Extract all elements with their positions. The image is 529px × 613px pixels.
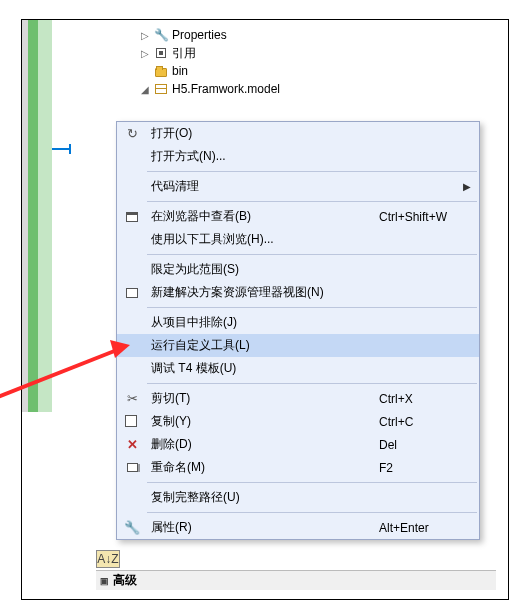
- menu-separator: [147, 307, 477, 308]
- browser-icon: [126, 212, 138, 222]
- menu-label: 打开(O): [147, 125, 379, 142]
- copy-icon: [127, 417, 137, 427]
- menu-item-new-solution-explorer-view[interactable]: 新建解决方案资源管理器视图(N): [117, 281, 479, 304]
- menu-separator: [147, 171, 477, 172]
- menu-shortcut: Ctrl+C: [379, 415, 479, 429]
- menu-separator: [147, 512, 477, 513]
- tree-label: Properties: [172, 28, 227, 42]
- menu-label: 剪切(T): [147, 390, 379, 407]
- solution-explorer-tree[interactable]: ▷ 🔧 Properties ▷ 引用 bin ◢ H5.Framwork.mo…: [136, 26, 496, 98]
- folder-icon: [155, 68, 167, 77]
- menu-item-scope-to-this[interactable]: 限定为此范围(S): [117, 258, 479, 281]
- menu-separator: [147, 482, 477, 483]
- menu-item-open-with[interactable]: 打开方式(N)...: [117, 145, 479, 168]
- menu-label: 限定为此范围(S): [147, 261, 379, 278]
- properties-panel: A↓Z ▣ 高级: [96, 550, 496, 590]
- tree-label: H5.Framwork.model: [172, 82, 280, 96]
- model-file-icon: [155, 84, 167, 94]
- menu-separator: [147, 254, 477, 255]
- sort-icon: A↓Z: [97, 552, 118, 566]
- menu-shortcut: Ctrl+X: [379, 392, 479, 406]
- gutter-change-marker-light: [38, 20, 52, 412]
- collapse-icon[interactable]: ◢: [140, 84, 150, 95]
- menu-item-view-in-browser[interactable]: 在浏览器中查看(B) Ctrl+Shift+W: [117, 205, 479, 228]
- menu-item-exclude-from-project[interactable]: 从项目中排除(J): [117, 311, 479, 334]
- expand-icon[interactable]: ▷: [140, 48, 150, 59]
- menu-item-open[interactable]: ↻ 打开(O): [117, 122, 479, 145]
- menu-shortcut: Alt+Enter: [379, 521, 479, 535]
- menu-shortcut: F2: [379, 461, 479, 475]
- menu-item-debug-t4-template[interactable]: 调试 T4 模板(U): [117, 357, 479, 380]
- menu-item-copy-full-path[interactable]: 复制完整路径(U): [117, 486, 479, 509]
- category-label: 高级: [113, 572, 137, 589]
- sort-button[interactable]: A↓Z: [96, 550, 120, 568]
- menu-label: 在浏览器中查看(B): [147, 208, 379, 225]
- menu-item-code-cleanup[interactable]: 代码清理 ▶: [117, 175, 479, 198]
- menu-label: 打开方式(N)...: [147, 148, 379, 165]
- tree-item-model[interactable]: ◢ H5.Framwork.model: [136, 80, 496, 98]
- tree-item-properties[interactable]: ▷ 🔧 Properties: [136, 26, 496, 44]
- wrench-icon: 🔧: [154, 28, 169, 42]
- rename-icon: [127, 463, 138, 472]
- menu-label: 复制(Y): [147, 413, 379, 430]
- open-icon: ↻: [127, 126, 138, 141]
- tree-label: bin: [172, 64, 188, 78]
- new-view-icon: [126, 288, 138, 298]
- menu-label: 从项目中排除(J): [147, 314, 379, 331]
- menu-label: 删除(D): [147, 436, 379, 453]
- collapse-triangle-icon[interactable]: ▣: [100, 576, 109, 586]
- gutter-caret-marker: [52, 148, 70, 150]
- menu-item-run-custom-tool[interactable]: 运行自定义工具(L): [117, 334, 479, 357]
- submenu-arrow-icon: ▶: [463, 181, 471, 192]
- menu-label: 属性(R): [147, 519, 379, 536]
- app-frame: ▷ 🔧 Properties ▷ 引用 bin ◢ H5.Framwork.mo…: [21, 19, 509, 600]
- menu-label: 代码清理: [147, 178, 379, 195]
- editor-gutter: [22, 20, 63, 599]
- menu-label: 新建解决方案资源管理器视图(N): [147, 284, 379, 301]
- menu-label: 使用以下工具浏览(H)...: [147, 231, 379, 248]
- context-menu[interactable]: ↻ 打开(O) 打开方式(N)... 代码清理 ▶ 在浏览器中查看(B) Ctr…: [116, 121, 480, 540]
- cut-icon: ✂: [127, 391, 138, 406]
- menu-item-cut[interactable]: ✂ 剪切(T) Ctrl+X: [117, 387, 479, 410]
- menu-label: 运行自定义工具(L): [147, 337, 379, 354]
- expand-icon[interactable]: ▷: [140, 30, 150, 41]
- menu-label: 调试 T4 模板(U): [147, 360, 379, 377]
- menu-label: 重命名(M): [147, 459, 379, 476]
- menu-shortcut: Ctrl+Shift+W: [379, 210, 479, 224]
- menu-item-rename[interactable]: 重命名(M) F2: [117, 456, 479, 479]
- gutter-change-marker: [28, 20, 38, 412]
- tree-label: 引用: [172, 45, 196, 62]
- properties-icon: 🔧: [124, 520, 140, 535]
- menu-label: 复制完整路径(U): [147, 489, 379, 506]
- menu-item-browse-with[interactable]: 使用以下工具浏览(H)...: [117, 228, 479, 251]
- property-category-header[interactable]: ▣ 高级: [96, 570, 496, 590]
- delete-icon: ✕: [127, 437, 138, 452]
- references-icon: [156, 48, 166, 58]
- tree-item-bin[interactable]: bin: [136, 62, 496, 80]
- menu-shortcut: Del: [379, 438, 479, 452]
- menu-item-copy[interactable]: 复制(Y) Ctrl+C: [117, 410, 479, 433]
- menu-item-delete[interactable]: ✕ 删除(D) Del: [117, 433, 479, 456]
- tree-item-references[interactable]: ▷ 引用: [136, 44, 496, 62]
- menu-separator: [147, 383, 477, 384]
- menu-separator: [147, 201, 477, 202]
- menu-item-properties[interactable]: 🔧 属性(R) Alt+Enter: [117, 516, 479, 539]
